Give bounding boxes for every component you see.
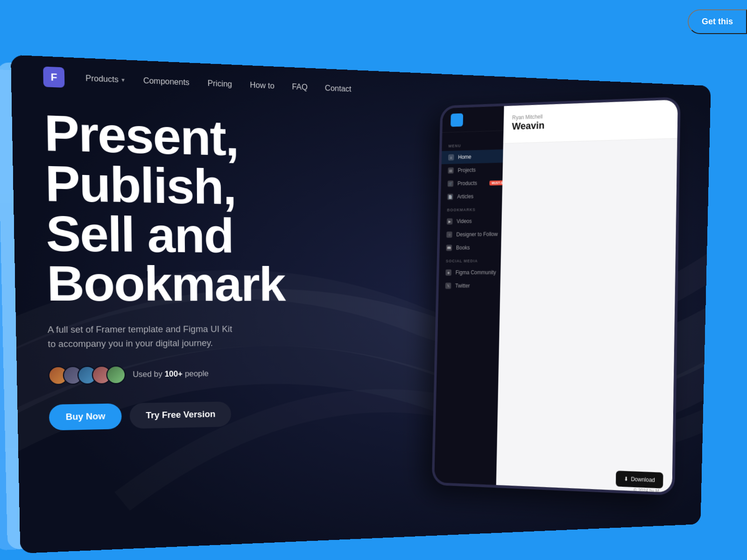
nav-products[interactable]: Products ▾ (85, 74, 125, 84)
side-card-footer: ⬇ Download (496, 466, 672, 489)
buy-now-button[interactable]: Buy Now (49, 403, 122, 430)
projects-icon: ▤ (448, 168, 454, 174)
social-proof: Used by 100+ people (48, 363, 401, 385)
download-icon: ⬇ (624, 476, 628, 482)
designer-icon: ☆ (446, 231, 452, 238)
products-icon: 🛒 (448, 181, 454, 187)
device-screen: MENU ⌂ Home ▤ Projects 🛒 Products M (434, 99, 678, 492)
figma-icon: ◈ (445, 269, 451, 275)
nav-components[interactable]: Components (143, 76, 190, 87)
device-container: MENU ⌂ Home ▤ Projects 🛒 Products M (427, 92, 711, 536)
books-icon: 📖 (446, 245, 452, 251)
twitter-icon: 𝕏 (445, 283, 451, 289)
device-frame: MENU ⌂ Home ▤ Projects 🛒 Products M (432, 97, 681, 495)
main-card: F Products ▾ Components Pricing How to F… (11, 55, 711, 553)
copyright-text: © 2024 by M... (634, 488, 663, 494)
logo[interactable]: F (43, 66, 64, 87)
try-free-button[interactable]: Try Free Version (130, 401, 232, 428)
social-proof-text: Used by 100+ people (133, 369, 209, 378)
avatar (106, 365, 126, 384)
nav-how-to[interactable]: How to (250, 81, 275, 91)
nav-pricing[interactable]: Pricing (208, 79, 232, 89)
videos-icon: ▶ (447, 218, 453, 224)
get-this-button[interactable]: Get this (688, 9, 747, 34)
avatar-group (48, 365, 126, 385)
hero-section: Present, Publish, Sell and Bookmark A fu… (44, 107, 402, 430)
chevron-down-icon: ▾ (121, 77, 125, 84)
side-card: Ryan Mitchell Weavin ⬇ Download © 2024 b… (496, 99, 677, 495)
home-icon: ⌂ (448, 154, 454, 161)
download-button[interactable]: ⬇ Download (615, 471, 663, 489)
cta-buttons: Buy Now Try Free Version (49, 399, 401, 430)
app-icon (451, 113, 463, 126)
nav-links: Products ▾ Components Pricing How to FAQ… (85, 74, 351, 93)
nav-faq[interactable]: FAQ (292, 83, 307, 92)
hero-subtitle: A full set of Framer template and Figma … (48, 322, 240, 351)
hero-headline: Present, Publish, Sell and Bookmark (44, 107, 402, 308)
app-body: MENU ⌂ Home ▤ Projects 🛒 Products M (434, 125, 677, 492)
articles-icon: 📄 (447, 194, 453, 200)
nav-contact[interactable]: Contact (325, 84, 352, 94)
